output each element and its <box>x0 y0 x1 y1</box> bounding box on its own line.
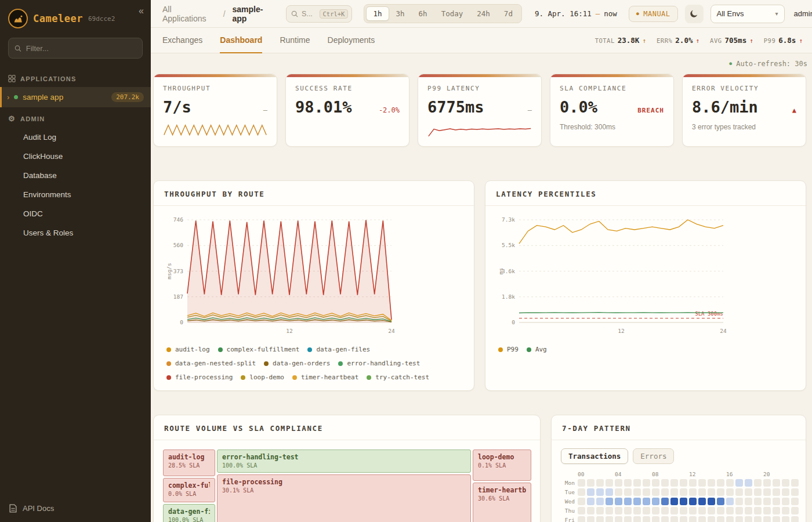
search-icon <box>14 45 21 52</box>
svg-text:0: 0 <box>512 319 515 325</box>
legend-item-file-processing[interactable]: file-processing <box>166 374 233 381</box>
throughput-legend: audit-logcomplex-fulfillmentdata-gen-fil… <box>164 340 463 383</box>
admin-section-label: ADMIN <box>20 115 45 122</box>
sidebar-item-clickhouse[interactable]: ClickHouse <box>0 147 151 166</box>
legend-item-error-handling-test[interactable]: error-handling-test <box>338 360 420 367</box>
route-volume-treemap: audit-log28.5% SLAerror-handling-test100… <box>163 449 531 522</box>
treemap-cell-name: data-gen-files <box>168 507 210 516</box>
time-range-6h[interactable]: 6h <box>412 6 434 21</box>
hm-cell <box>763 488 771 496</box>
tab-exchanges[interactable]: Exchanges <box>162 28 202 53</box>
hm-cell <box>698 507 706 514</box>
sidebar-filter[interactable] <box>8 38 143 59</box>
hm-cell <box>708 507 715 514</box>
time-range-3h[interactable]: 3h <box>389 6 412 21</box>
charts-row: THROUGHPUT BY ROUTE 7465603731870msg/s12… <box>151 180 812 391</box>
time-range-1h[interactable]: 1h <box>366 6 389 21</box>
svg-text:msg/s: msg/s <box>166 263 172 280</box>
hm-cell <box>689 479 697 487</box>
chevron-right-icon[interactable]: › <box>7 93 9 102</box>
toggle-transactions[interactable]: Transactions <box>561 448 628 464</box>
toggle-errors[interactable]: Errors <box>633 448 674 464</box>
sidebar-collapse-button[interactable]: « <box>139 6 144 16</box>
legend-item-audit-log[interactable]: audit-log <box>166 346 210 353</box>
hm-cell <box>624 498 632 505</box>
treemap-cell-name: loop-demo <box>478 453 526 461</box>
treemap-cell-audit-log[interactable]: audit-log28.5% SLA <box>163 449 215 476</box>
hm-cell <box>782 488 789 496</box>
treemap-cell-data-gen-files[interactable]: data-gen-files100.0% SLA <box>163 504 215 522</box>
treemap-cell-timer-heartbeat[interactable]: timer-heartbeat30.6% SLA <box>473 483 531 522</box>
treemap-cell-sla: 0.1% SLA <box>478 462 526 469</box>
dark-mode-toggle[interactable] <box>685 5 704 23</box>
legend-item-data-gen-files[interactable]: data-gen-files <box>307 346 370 353</box>
legend-label: file-processing <box>175 374 233 381</box>
sidebar-item-oidc[interactable]: OIDC <box>0 204 151 223</box>
time-range-24h[interactable]: 24h <box>470 6 497 21</box>
legend-item-avg[interactable]: Avg <box>527 346 547 353</box>
hm-cell <box>652 498 659 505</box>
time-period[interactable]: 9. Apr. 16:11 — now <box>535 9 617 18</box>
hm-cell <box>735 488 743 496</box>
kpi-value-row: 98.01%-2.0% <box>295 98 400 116</box>
hm-cell <box>763 516 771 522</box>
kpi-title: P99 LATENCY <box>427 85 532 92</box>
sidebar-item-audit-log[interactable]: Audit Log <box>0 128 151 147</box>
kpi-card-sla-compliance: SLA COMPLIANCE0.0%BREACHThreshold: 300ms <box>550 74 674 147</box>
legend-item-data-gen-orders[interactable]: data-gen-orders <box>264 360 330 367</box>
sidebar-item-api-docs[interactable]: API Docs <box>0 495 151 522</box>
time-range-today[interactable]: Today <box>434 6 470 21</box>
hm-cell <box>773 507 780 514</box>
hm-cell <box>745 479 752 487</box>
sidebar-item-environments[interactable]: Environments <box>0 185 151 204</box>
treemap-cell-name: timer-heartbeat <box>478 486 526 494</box>
legend-item-try-catch-test[interactable]: try-catch-test <box>367 374 429 381</box>
global-search[interactable]: S... Ctrl+K <box>286 5 352 23</box>
stat-total: TOTAL23.8K↑ <box>595 36 646 45</box>
hm-cell <box>643 507 650 514</box>
treemap-cell-file-processing[interactable]: file-processing30.1% SLA <box>217 474 471 522</box>
hm-cell <box>680 488 687 496</box>
sidebar-item-users-roles[interactable]: Users & Roles <box>0 223 151 242</box>
filter-input[interactable] <box>26 44 136 53</box>
breadcrumb-root[interactable]: All Applications <box>162 5 216 23</box>
legend-item-complex-fulfillment[interactable]: complex-fulfillment <box>218 346 300 353</box>
treemap-cell-loop-demo[interactable]: loop-demo0.1% SLA <box>473 449 531 481</box>
kpi-delta: – <box>263 106 267 114</box>
env-select[interactable]: All Envs ▾ <box>710 5 785 23</box>
legend-dot <box>166 375 171 380</box>
sidebar-item-database[interactable]: Database <box>0 166 151 185</box>
svg-text:24: 24 <box>720 328 727 334</box>
user-menu[interactable]: admin <box>794 9 812 18</box>
tab-runtime[interactable]: Runtime <box>280 28 310 53</box>
legend-item-loop-demo[interactable]: loop-demo <box>241 374 284 381</box>
hm-cell <box>578 507 585 514</box>
hm-cell <box>754 516 762 522</box>
legend-item-p99[interactable]: P99 <box>498 346 519 353</box>
hm-cell <box>735 479 743 487</box>
tab-deployments[interactable]: Deployments <box>328 28 375 53</box>
treemap-cell-name: complex-fulfil... <box>168 481 210 490</box>
search-icon <box>291 10 298 17</box>
hm-cell <box>726 507 734 514</box>
manual-refresh-button[interactable]: ● MANUAL <box>629 6 678 22</box>
treemap-cell-error-handling-test[interactable]: error-handling-test100.0% SLA <box>217 449 471 473</box>
period-separator: — <box>596 9 600 18</box>
arrow-up-icon: ↑ <box>695 37 699 45</box>
legend-item-data-gen-nested-split[interactable]: data-gen-nested-split <box>166 360 256 367</box>
time-range-7d[interactable]: 7d <box>497 6 520 21</box>
hm-cell <box>680 479 687 487</box>
sidebar-item-sample-app[interactable]: › sample app 207.2k <box>0 87 151 107</box>
treemap-cell-complex-fulfil[interactable]: complex-fulfil...0.0% SLA <box>163 478 215 502</box>
kpi-value: 0.0% <box>560 98 597 116</box>
treemap-cell-sla: 0.0% SLA <box>168 491 210 497</box>
legend-item-timer-heartbeat[interactable]: timer-heartbeat <box>292 374 358 381</box>
hm-cell <box>773 516 780 522</box>
hm-cell <box>680 507 687 514</box>
hm-cell <box>773 479 780 487</box>
hm-cell <box>587 498 594 505</box>
tab-dashboard[interactable]: Dashboard <box>220 28 262 53</box>
treemap-cell-name: file-processing <box>222 478 466 486</box>
sidebar-spacer <box>0 242 151 495</box>
panel-title: LATENCY PERCENTILES <box>485 181 806 206</box>
